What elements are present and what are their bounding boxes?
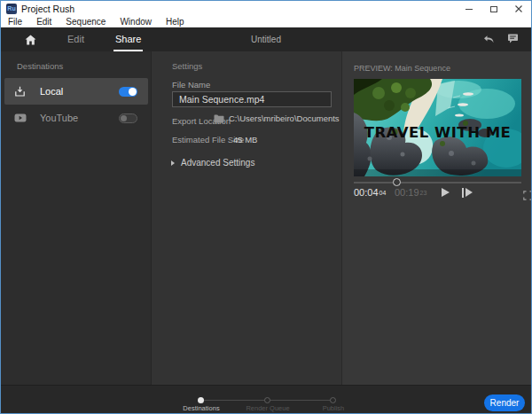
maximize-button[interactable] [481, 1, 506, 17]
close-button[interactable] [506, 1, 531, 17]
step-forward-icon[interactable] [462, 188, 473, 198]
tab-share[interactable]: Share [115, 34, 141, 46]
scrubber-handle[interactable] [393, 178, 401, 186]
settings-heading: Settings [172, 61, 202, 71]
preview-panel: PREVIEW: Main Sequence [342, 51, 531, 385]
advanced-settings-toggle[interactable]: Advanced Settings [171, 158, 254, 168]
menu-item-help[interactable]: Help [159, 17, 192, 27]
timecode-total: 00:1923 [395, 187, 426, 198]
timecode-current: 00:0404 [354, 187, 386, 198]
destination-label-local: Local [40, 86, 63, 97]
feedback-button[interactable] [507, 32, 519, 48]
preview-controls: 00:0404 00:1923 [354, 186, 521, 200]
menu-item-file[interactable]: File [1, 17, 29, 27]
destinations-panel: Destinations Local Y [1, 51, 152, 385]
destination-label-youtube: YouTube [40, 113, 78, 123]
nav-bar: Edit Share Untitled [1, 27, 531, 51]
main-content: Destinations Local Y [1, 51, 531, 385]
play-icon[interactable] [442, 188, 450, 197]
video-overlay-title: TRAVEL WITH ME [354, 124, 521, 141]
local-toggle[interactable] [119, 87, 137, 97]
undo-icon [483, 35, 495, 44]
home-icon [25, 35, 36, 45]
preview-heading: PREVIEW: Main Sequence [354, 64, 450, 73]
export-location-value[interactable]: C:\Users\mribeiro\Documents [214, 113, 340, 123]
folder-icon [214, 114, 224, 123]
render-button[interactable]: Render [484, 394, 525, 411]
menu-item-sequence[interactable]: Sequence [59, 17, 113, 27]
menu-item-edit[interactable]: Edit [29, 17, 59, 27]
destination-row-local[interactable]: Local [4, 78, 148, 105]
fullscreen-button[interactable] [523, 188, 532, 204]
step-label-publish: Publish [293, 404, 373, 412]
step-dot-render-queue [264, 397, 270, 403]
menu-bar: File Edit Sequence Window Help [1, 17, 531, 27]
tab-edit[interactable]: Edit [67, 34, 84, 46]
destinations-heading: Destinations [17, 61, 63, 71]
title-bar: Ru Project Rush [1, 1, 531, 17]
scrubber-track[interactable] [354, 182, 521, 184]
file-name-label: File Name [172, 80, 210, 90]
youtube-icon [14, 113, 27, 122]
app-logo-icon: Ru [6, 4, 17, 14]
minimize-button[interactable] [457, 1, 481, 17]
advanced-settings-label: Advanced Settings [181, 158, 254, 168]
chevron-right-icon [171, 160, 175, 166]
estimated-size-value: 45 MB [233, 135, 257, 145]
youtube-toggle[interactable] [119, 113, 137, 123]
minimize-icon [466, 9, 473, 10]
export-path-text: C:\Users\mribeiro\Documents [229, 113, 340, 123]
maximize-icon [490, 6, 497, 12]
window-title: Project Rush [21, 4, 74, 14]
step-bar-glyph [462, 188, 464, 198]
app-window: Ru Project Rush File Edit Sequence Windo… [0, 0, 532, 414]
feedback-icon [507, 34, 519, 44]
step-dot-publish [330, 397, 336, 403]
export-device-icon [14, 86, 27, 98]
menu-item-window[interactable]: Window [113, 17, 159, 27]
home-button[interactable] [25, 35, 36, 45]
step-dot-destinations [198, 397, 204, 403]
fullscreen-icon [523, 191, 532, 200]
undo-button[interactable] [483, 32, 495, 48]
step-triangle-glyph [466, 188, 473, 197]
settings-panel: Settings File Name Export Location C:\Us… [152, 51, 342, 385]
file-name-input[interactable] [172, 91, 332, 107]
video-preview: TRAVEL WITH ME [354, 79, 521, 176]
destination-row-youtube[interactable]: YouTube [4, 105, 148, 131]
footer-bar: Destinations Render Queue Publish Render [1, 385, 531, 414]
close-icon [514, 4, 523, 13]
